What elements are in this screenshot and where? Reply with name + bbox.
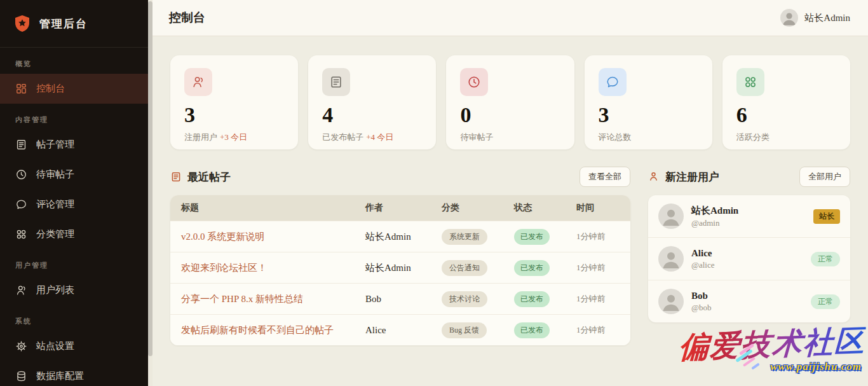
user-avatar — [658, 246, 684, 272]
app-logo[interactable]: 管理后台 — [0, 0, 148, 48]
post-title-link[interactable]: 发帖后刷新有时候看不到自己的帖子 — [181, 325, 334, 335]
recent-posts-table: 标题 作者 分类 状态 时间 v2.0.0 系统更新说明 站长Admin 系统更… — [170, 195, 630, 345]
role-badge: 站长 — [813, 209, 840, 224]
post-time: 1分钟前 — [576, 231, 620, 242]
user-name: 站长Admin — [691, 205, 738, 217]
journal-icon — [15, 139, 27, 151]
sidebar-section-system: 系统 — [15, 317, 148, 326]
sidebar-item-label: 待审帖子 — [36, 169, 74, 181]
sidebar-item-label: 帖子管理 — [36, 139, 74, 151]
posts-icon — [322, 68, 350, 96]
user-avatar — [658, 203, 684, 229]
sidebar-item-categories[interactable]: 分类管理 — [0, 219, 148, 249]
sidebar-scrollbar-thumb[interactable] — [148, 1, 153, 356]
table-row: 分享一个 PHP 8.x 新特性总结 Bob 技术讨论 已发布 1分钟前 — [170, 283, 630, 314]
status-badge: 正常 — [811, 252, 840, 266]
app-title: 管理后台 — [39, 17, 88, 31]
stat-label-text: 注册用户 — [184, 132, 217, 142]
user-handle: @bob — [691, 303, 711, 313]
comments-icon — [599, 68, 627, 96]
user-name: Alice — [691, 248, 715, 259]
recent-posts-title-row: 最近帖子 — [170, 170, 231, 184]
status-badge: 已发布 — [514, 260, 550, 276]
sidebar-item-label: 站点设置 — [36, 340, 74, 352]
sidebar-item-label: 用户列表 — [36, 284, 74, 296]
sidebar-item-label: 控制台 — [36, 83, 65, 95]
post-time: 1分钟前 — [576, 324, 620, 336]
view-all-users-button[interactable]: 全部用户 — [799, 167, 850, 187]
sidebar-item-user-list[interactable]: 用户列表 — [0, 275, 148, 305]
stat-card-published-posts: 4 已发布帖子+4 今日 — [308, 55, 436, 149]
view-all-posts-button[interactable]: 查看全部 — [580, 167, 630, 187]
stat-label: 活跃分类 — [736, 132, 836, 143]
sidebar: 管理后台 概览 控制台 内容管理 — [0, 0, 153, 386]
post-author: Bob — [365, 294, 442, 305]
stat-value: 3 — [599, 104, 698, 126]
post-author: Alice — [365, 325, 442, 336]
list-item[interactable]: Bob @bob 正常 — [648, 280, 850, 322]
stat-label: 已发布帖子+4 今日 — [322, 132, 422, 143]
sidebar-item-comments[interactable]: 评论管理 — [0, 190, 148, 219]
sidebar-item-dashboard[interactable]: 控制台 — [0, 74, 148, 104]
post-title-link[interactable]: 欢迎来到论坛社区！ — [181, 263, 267, 273]
post-title-link[interactable]: 分享一个 PHP 8.x 新特性总结 — [181, 294, 303, 304]
category-pill: 技术讨论 — [442, 291, 487, 307]
sidebar-section-overview: 概览 — [15, 59, 148, 69]
watermark-url: www.paijishu.com — [679, 361, 862, 373]
stat-label: 待审帖子 — [460, 132, 560, 143]
new-users-section: 新注册用户 全部用户 — [648, 167, 850, 322]
current-user-chip[interactable]: 站长Admin — [780, 9, 850, 27]
sidebar-section-users: 用户管理 — [15, 261, 148, 270]
column-header-status: 状态 — [514, 202, 576, 214]
person-icon — [15, 284, 27, 296]
dashboard-content: 3 注册用户+3 今日 4 已发布帖子+4 今日 — [153, 36, 868, 345]
post-author: 站长Admin — [365, 231, 442, 243]
main-area: 控制台 站长Admin — [153, 0, 868, 386]
post-time: 1分钟前 — [576, 262, 620, 273]
sidebar-item-site-settings[interactable]: 站点设置 — [0, 331, 148, 361]
sidebar-item-label: 评论管理 — [36, 198, 74, 210]
stat-card-total-comments: 3 评论总数 — [585, 55, 712, 149]
sidebar-item-pending-posts[interactable]: 待审帖子 — [0, 160, 148, 190]
sidebar-scrollbar[interactable] — [148, 0, 153, 386]
column-header-category: 分类 — [442, 202, 514, 214]
person-icon — [648, 171, 660, 183]
grid-circles-icon — [15, 228, 27, 240]
list-item[interactable]: 站长Admin @admin 站长 — [648, 195, 850, 237]
table-row: 发帖后刷新有时候看不到自己的帖子 Alice Bug 反馈 已发布 1分钟前 — [170, 314, 630, 345]
user-handle: @admin — [691, 218, 738, 228]
stat-label-text: 已发布帖子 — [322, 132, 363, 142]
stat-label: 评论总数 — [599, 132, 698, 143]
post-time: 1分钟前 — [576, 293, 620, 305]
column-header-author: 作者 — [365, 202, 442, 214]
current-user-name: 站长Admin — [804, 12, 850, 24]
new-users-title-row: 新注册用户 — [648, 170, 719, 184]
table-row: v2.0.0 系统更新说明 站长Admin 系统更新 已发布 1分钟前 — [170, 221, 630, 252]
page-title: 控制台 — [169, 10, 205, 26]
sidebar-item-posts[interactable]: 帖子管理 — [0, 130, 148, 160]
dashboard-icon — [15, 83, 27, 95]
stat-delta: +4 今日 — [366, 132, 393, 142]
stat-value: 3 — [184, 104, 284, 126]
category-pill: Bug 反馈 — [442, 322, 487, 338]
stat-card-pending-posts: 0 待审帖子 — [446, 55, 574, 149]
sidebar-section-content: 内容管理 — [15, 115, 148, 125]
table-row: 欢迎来到论坛社区！ 站长Admin 公告通知 已发布 1分钟前 — [170, 252, 630, 283]
sidebar-item-label: 分类管理 — [36, 228, 74, 240]
user-handle: @alice — [691, 260, 715, 270]
column-header-title: 标题 — [181, 202, 365, 214]
top-header: 控制台 站长Admin — [153, 0, 868, 36]
post-title-link[interactable]: v2.0.0 系统更新说明 — [181, 231, 264, 242]
sidebar-item-database-config[interactable]: 数据库配置 — [0, 361, 148, 386]
list-item[interactable]: Alice @alice 正常 — [648, 237, 850, 280]
post-author: 站长Admin — [365, 262, 442, 274]
journal-icon — [170, 171, 182, 183]
database-icon — [15, 370, 27, 382]
stat-card-active-categories: 6 活跃分类 — [722, 55, 850, 149]
new-users-list: 站长Admin @admin 站长 — [648, 195, 850, 322]
status-badge: 已发布 — [514, 322, 550, 338]
categories-icon — [736, 68, 764, 96]
gear-icon — [15, 340, 27, 352]
stat-value: 6 — [736, 104, 836, 126]
status-badge: 已发布 — [514, 229, 550, 245]
